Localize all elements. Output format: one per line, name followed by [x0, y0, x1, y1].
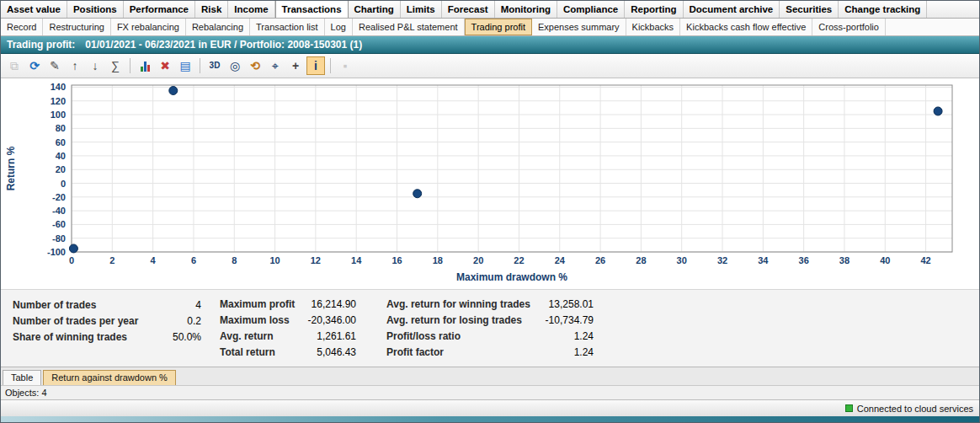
subtab-kickbacks-cash-flow-effective[interactable]: Kickbacks cash flow effective — [680, 19, 812, 35]
search-icon-glyph: ⌖ — [272, 60, 279, 72]
y-tick-label: 140 — [51, 82, 66, 92]
rotate-icon[interactable]: ⟲ — [246, 56, 264, 75]
stat-label: Number of trades — [13, 299, 96, 311]
y-tick-label: 60 — [56, 137, 66, 147]
subtab-kickbacks[interactable]: Kickbacks — [626, 19, 681, 35]
stat-value: 5,046.43 — [317, 346, 356, 358]
menu-item-compliance[interactable]: Compliance — [557, 1, 625, 18]
filter-edit-icon[interactable]: ✎ — [45, 56, 64, 75]
stat-row-share-of-winning-trades: Share of winning trades50.0% — [13, 329, 201, 345]
x-tick-label: 26 — [595, 255, 605, 265]
menu-item-forecast[interactable]: Forecast — [442, 1, 495, 18]
connection-status: Connected to cloud services — [857, 404, 973, 414]
x-axis-label: Maximum drawdown % — [456, 271, 567, 283]
crosshair-icon[interactable]: + — [286, 56, 305, 75]
menu-item-charting[interactable]: Charting — [349, 1, 401, 18]
sort-descending-icon[interactable]: ↓ — [86, 56, 104, 75]
data-point[interactable] — [413, 190, 422, 198]
stat-row-maximum-profit: Maximum profit16,214.90 — [220, 297, 356, 313]
statistics-icon-glyph: ∑ — [111, 60, 120, 72]
x-tick-label: 6 — [191, 255, 196, 265]
menu-item-income[interactable]: Income — [228, 1, 274, 18]
stat-label: Share of winning trades — [13, 331, 127, 343]
menu-item-securities[interactable]: Securities — [780, 1, 839, 18]
bottom-tab-table[interactable]: Table — [3, 370, 41, 385]
stat-row-profit-factor: Profit factor1.24 — [386, 344, 594, 360]
x-tick-label: 40 — [880, 255, 890, 265]
subtab-rebalancing[interactable]: Rebalancing — [186, 19, 250, 35]
subtab-trading-profit[interactable]: Trading profit — [465, 19, 532, 35]
data-point[interactable] — [934, 107, 942, 115]
statistics-panel: Number of trades4Number of trades per ye… — [1, 289, 979, 367]
view-title-bar: Trading profit: 01/01/2021 - 06/23/2021 … — [1, 36, 979, 54]
y-tick-label: 20 — [56, 164, 66, 174]
x-tick-label: 16 — [391, 255, 402, 265]
stat-row-avg-return-for-losing-trades: Avg. return for losing trades-10,734.79 — [386, 313, 594, 329]
search-icon[interactable]: ⌖ — [266, 56, 285, 75]
stat-row-number-of-trades-per-year: Number of trades per year0.2 — [13, 313, 201, 329]
subtab-restructuring[interactable]: Restructuring — [43, 19, 110, 35]
stat-label: Profit/loss ratio — [386, 330, 461, 342]
stat-value: -10,734.79 — [546, 314, 594, 326]
pause-icon[interactable]: ▪ — [336, 56, 354, 75]
menu-item-reporting[interactable]: Reporting — [625, 1, 683, 18]
sort-ascending-icon[interactable]: ↑ — [66, 56, 84, 75]
subtab-log[interactable]: Log — [325, 19, 353, 35]
subtab-cross-portfolio[interactable]: Cross-portfolio — [812, 19, 886, 35]
x-tick-label: 38 — [839, 255, 850, 265]
stat-value: -20,346.00 — [308, 314, 356, 326]
export-chart-icon[interactable]: ▤ — [176, 56, 194, 75]
menu-item-transactions[interactable]: Transactions — [275, 1, 349, 18]
statistics-icon[interactable]: ∑ — [106, 56, 125, 75]
menu-item-monitoring[interactable]: Monitoring — [495, 1, 557, 18]
application-window: Asset valuePositionsPerformanceRiskIncom… — [0, 0, 980, 423]
x-tick-label: 34 — [758, 255, 769, 265]
y-tick-label: 120 — [51, 96, 66, 106]
stat-label: Avg. return for losing trades — [386, 314, 522, 326]
sub-menu: RecordRestructuringFX rebalancingRebalan… — [1, 19, 979, 36]
stats-column-1: Number of trades4Number of trades per ye… — [13, 297, 201, 360]
menu-item-positions[interactable]: Positions — [67, 1, 124, 18]
subtab-transaction-list[interactable]: Transaction list — [250, 19, 325, 35]
zoom-icon-glyph: ◎ — [230, 60, 240, 72]
stat-label: Number of trades per year — [13, 315, 138, 327]
menu-item-risk[interactable]: Risk — [195, 1, 228, 18]
x-tick-label: 12 — [311, 255, 321, 265]
menu-item-asset-value[interactable]: Asset value — [1, 1, 67, 18]
subtab-record[interactable]: Record — [1, 19, 43, 35]
stat-label: Profit factor — [386, 346, 444, 358]
subtab-realised-p-l-statement[interactable]: Realised P&L statement — [353, 19, 465, 35]
scatter-plot[interactable]: 0246810121416182022242628303234363840421… — [1, 78, 979, 289]
zoom-icon[interactable]: ◎ — [226, 56, 244, 75]
data-point[interactable] — [69, 244, 77, 253]
info-icon-glyph: i — [314, 60, 317, 72]
remove-chart-icon-glyph: ✖ — [160, 60, 170, 72]
stat-row-number-of-trades: Number of trades4 — [13, 297, 201, 313]
stats-column-3: Avg. return for winning trades13,258.01A… — [386, 297, 594, 360]
view-title-details: 01/01/2021 - 06/23/2021 in EUR / Portfol… — [85, 39, 362, 51]
copy-icon[interactable]: ⧉ — [5, 56, 24, 75]
remove-chart-icon[interactable]: ✖ — [156, 56, 174, 75]
stat-value: 1.24 — [574, 330, 594, 342]
menu-item-change-tracking[interactable]: Change tracking — [839, 1, 927, 18]
x-tick-label: 18 — [433, 255, 443, 265]
data-point[interactable] — [169, 87, 178, 95]
menu-item-performance[interactable]: Performance — [124, 1, 195, 18]
bottom-tab-return-against-drawdown[interactable]: Return against drawdown % — [43, 370, 176, 385]
toolbar-separator — [130, 58, 130, 73]
y-tick-label: -100 — [47, 247, 66, 257]
subtab-expenses-summary[interactable]: Expenses summary — [532, 19, 626, 35]
refresh-icon[interactable]: ⟳ — [25, 56, 44, 75]
3d-icon[interactable]: 3D — [205, 56, 224, 75]
toolbar-separator — [330, 58, 331, 73]
x-tick-label: 14 — [351, 255, 362, 265]
subtab-fx-rebalancing[interactable]: FX rebalancing — [111, 19, 186, 35]
menu-item-document-archive[interactable]: Document archive — [684, 1, 780, 18]
y-tick-label: 80 — [56, 123, 66, 133]
chart-area[interactable]: 0246810121416182022242628303234363840421… — [1, 78, 979, 289]
x-tick-label: 28 — [636, 255, 646, 265]
bar-chart-icon[interactable] — [136, 56, 154, 75]
menu-item-limits[interactable]: Limits — [401, 1, 442, 18]
info-icon[interactable]: i — [306, 56, 325, 75]
3d-icon-glyph: 3D — [210, 62, 221, 70]
